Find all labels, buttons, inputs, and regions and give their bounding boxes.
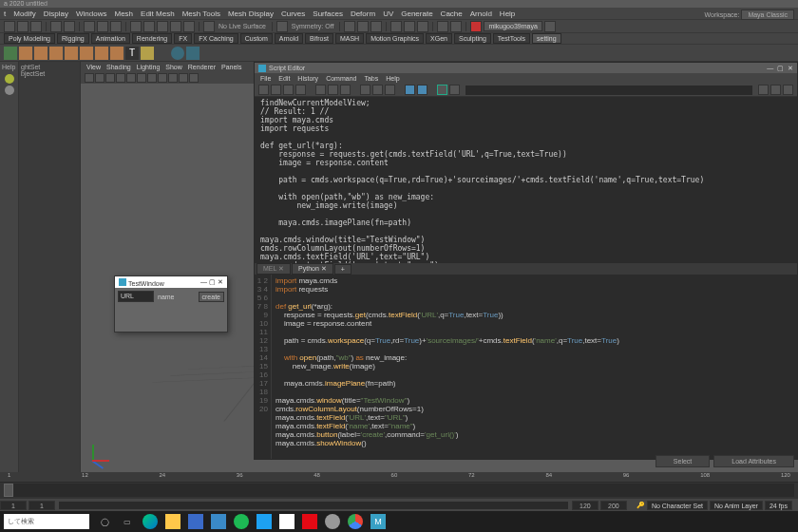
shelf-cube-icon[interactable] [34, 47, 48, 60]
script-menu-item[interactable]: File [260, 75, 271, 82]
explorer-icon[interactable] [165, 514, 180, 529]
vp-tool-icon[interactable] [137, 73, 146, 83]
name-input[interactable]: name [156, 294, 177, 300]
find-icon[interactable] [770, 85, 781, 95]
range-end-input[interactable]: 200 [600, 501, 627, 510]
save-script-icon[interactable] [283, 85, 294, 95]
close-button[interactable]: ✕ [218, 278, 223, 285]
shelf-tab[interactable]: Bifrost [305, 33, 333, 44]
vp-tool-icon[interactable] [189, 73, 199, 83]
magnet-icon[interactable] [203, 21, 215, 32]
fps-dropdown[interactable]: 24 fps [765, 501, 792, 510]
clear-history-icon[interactable] [315, 85, 326, 95]
echo-icon[interactable] [372, 85, 383, 95]
slack-icon[interactable] [279, 514, 294, 529]
range-start-input[interactable]: 1 [0, 501, 27, 510]
menu-item[interactable]: Mesh Tools [182, 10, 220, 18]
shelf-disc-icon[interactable] [110, 47, 124, 60]
close-button[interactable]: ✕ [788, 65, 793, 72]
load-attributes-button[interactable]: Load Attributes [713, 455, 794, 467]
autokey-icon[interactable]: 🔑 [636, 502, 645, 509]
clear-all-icon[interactable] [340, 85, 351, 95]
menu-item[interactable]: Mesh [114, 10, 133, 18]
history-icon[interactable] [360, 85, 370, 95]
vp-tool-icon[interactable] [85, 73, 94, 83]
ipr-icon[interactable] [370, 21, 382, 32]
lasso-icon[interactable] [97, 21, 108, 32]
vp-tool-icon[interactable] [147, 73, 157, 83]
script-menu-item[interactable]: Help [386, 75, 399, 82]
toolbox-select-icon[interactable] [5, 74, 14, 84]
current-frame-handle[interactable] [4, 484, 13, 497]
paint-icon[interactable] [110, 21, 122, 32]
search-field[interactable] [466, 86, 752, 95]
script-output[interactable]: findNewCurrentModelView; // Result: 1 //… [255, 97, 797, 263]
vp-tool-icon[interactable] [116, 73, 125, 83]
menu-item[interactable]: Deform [351, 10, 375, 18]
maya-icon[interactable]: M [370, 514, 386, 529]
menu-item[interactable]: Arnold [470, 10, 492, 18]
vp-menu-item[interactable]: Panels [221, 64, 241, 70]
shelf-cylinder-icon[interactable] [49, 47, 63, 60]
snap-curve-icon[interactable] [143, 21, 155, 32]
help-icon[interactable] [783, 85, 793, 95]
cortana-icon[interactable]: ◯ [97, 514, 112, 529]
shelf-sphere-icon[interactable] [19, 47, 32, 60]
menu-item[interactable]: Windows [76, 10, 106, 18]
play-icon[interactable] [437, 85, 447, 95]
execute-all-icon[interactable] [405, 85, 415, 95]
app-icon[interactable] [325, 514, 340, 529]
vp-tool-icon[interactable] [179, 73, 188, 83]
source-icon[interactable] [271, 85, 281, 95]
vp-menu-item[interactable]: View [86, 64, 101, 70]
user-dropdown[interactable]: mikugoo39maya [484, 21, 542, 31]
code-area[interactable]: import maya.cmds import requests def get… [272, 275, 797, 459]
menu-item[interactable]: Help [500, 10, 515, 18]
create-button[interactable]: create [199, 292, 224, 302]
step-icon[interactable] [449, 85, 460, 95]
range-playend-input[interactable]: 120 [572, 501, 598, 510]
lighteditor-icon[interactable] [417, 21, 428, 32]
shelf-tab[interactable]: Motion Graphics [366, 33, 424, 44]
execute-icon[interactable] [417, 85, 428, 95]
edge-icon[interactable] [142, 514, 158, 529]
script-menu-item[interactable]: Tabs [364, 75, 378, 82]
vp-menu-item[interactable]: Lighting [137, 64, 161, 70]
menu-item[interactable]: UV [383, 10, 393, 18]
snap-live-icon[interactable] [183, 21, 195, 32]
menu-item[interactable]: Cache [441, 10, 463, 18]
menu-item[interactable]: Surfaces [313, 10, 343, 18]
toolbox-lasso-icon[interactable] [5, 86, 14, 95]
new-icon[interactable] [4, 21, 15, 32]
shelf-tab[interactable]: Poly Modeling [4, 33, 55, 44]
save-icon[interactable] [30, 21, 42, 32]
open-script-icon[interactable] [258, 85, 269, 95]
shelf-tab[interactable]: FX [174, 33, 192, 44]
snap-plane-icon[interactable] [170, 21, 181, 32]
pause-icon[interactable] [450, 21, 462, 32]
play-icon[interactable] [437, 21, 448, 32]
range-slider[interactable] [4, 484, 794, 497]
shelf-tab[interactable]: Arnold [275, 33, 303, 44]
hypershade-icon[interactable] [390, 21, 402, 32]
open-icon[interactable] [17, 21, 28, 32]
vp-menu-item[interactable]: Shading [106, 64, 131, 70]
shelf-tab[interactable]: Sculpting [454, 33, 491, 44]
select-icon[interactable] [84, 21, 95, 32]
shelf-svg-icon[interactable] [141, 47, 154, 60]
construction-icon[interactable] [344, 21, 355, 32]
shelf-tab[interactable]: Animation [91, 33, 130, 44]
timeline[interactable]: 11224364860728496108120 [0, 472, 798, 499]
render-icon[interactable] [357, 21, 369, 32]
save-shelf-icon[interactable] [295, 85, 306, 95]
mail-icon[interactable] [211, 514, 226, 529]
python-tab[interactable]: Python ✕ [292, 263, 333, 275]
menu-item[interactable]: Display [44, 10, 68, 18]
shelf-torus-icon[interactable] [80, 47, 93, 60]
menu-item[interactable]: Mesh Display [228, 10, 274, 18]
store-icon[interactable] [188, 514, 203, 529]
redo-icon[interactable] [64, 21, 75, 32]
menu-item[interactable]: Generate [401, 10, 432, 18]
range-playstart-input[interactable]: 1 [28, 501, 55, 510]
shelf-plane-icon[interactable] [95, 47, 108, 60]
